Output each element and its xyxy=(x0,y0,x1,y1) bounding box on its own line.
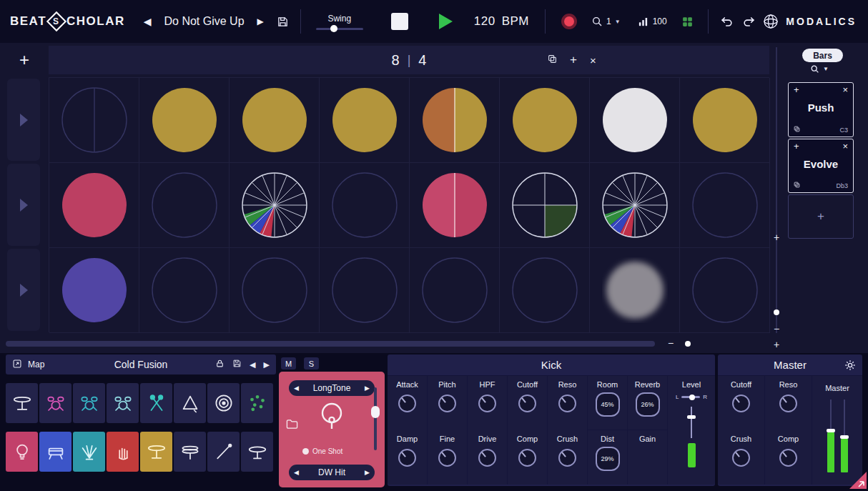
step-pad-r3-c7[interactable] xyxy=(590,248,680,333)
bars-zoom-control[interactable]: ▼ xyxy=(810,64,829,74)
fine-knob[interactable] xyxy=(438,449,456,467)
delete-bar-button[interactable]: × xyxy=(590,54,596,66)
chevron-down-icon[interactable]: ▼ xyxy=(823,66,829,72)
kit-pad-cymbal-r1-1[interactable] xyxy=(6,383,38,423)
step-pad-r3-c6[interactable] xyxy=(500,248,590,333)
attack-knob[interactable] xyxy=(398,395,416,412)
grid-zoom-control[interactable]: 1 ▼ xyxy=(591,16,621,27)
step-pad-r3-c3[interactable] xyxy=(230,248,320,333)
previous-preset-button[interactable]: ◀ xyxy=(144,16,152,27)
row-3-play-button[interactable] xyxy=(7,249,40,331)
step-pad-r2-c4[interactable] xyxy=(320,163,410,248)
kit-pad-tom-r1-7[interactable] xyxy=(207,383,240,423)
row-1-play-button[interactable] xyxy=(7,79,40,161)
kit-pad-triangle-r1-6[interactable] xyxy=(174,383,206,423)
duplicate-bar-icon[interactable] xyxy=(548,54,557,66)
comp-knob[interactable] xyxy=(518,449,536,467)
time-signature-bar[interactable]: 8 | 4 + × xyxy=(49,46,769,74)
step-pad-r3-c4[interactable] xyxy=(320,248,410,333)
cutoff-knob[interactable] xyxy=(518,395,536,412)
kit-pad-drumkit-r1-2[interactable] xyxy=(39,383,71,423)
map-icon[interactable] xyxy=(12,359,22,371)
kit-pad-stars-r1-8[interactable] xyxy=(241,383,273,423)
step-pad-r1-c3[interactable] xyxy=(230,78,320,163)
reso-knob[interactable] xyxy=(558,395,576,412)
step-pad-r2-c3[interactable] xyxy=(230,163,320,248)
randomize-dice-icon[interactable] xyxy=(681,16,694,28)
zoom-in-vertical-button[interactable]: + xyxy=(771,339,782,350)
master-cutoff-knob[interactable] xyxy=(732,395,750,412)
master-reso-knob[interactable] xyxy=(779,395,797,412)
horizontal-zoom-thumb[interactable] xyxy=(685,341,691,347)
folder-icon[interactable] xyxy=(286,419,298,430)
preset-name[interactable]: Do Not Give Up xyxy=(164,15,245,28)
level-fader[interactable] xyxy=(691,407,692,438)
chevron-down-icon[interactable]: ▼ xyxy=(615,19,621,25)
bpm-display[interactable]: 120 BPM xyxy=(474,14,529,29)
step-pad-r2-c1[interactable] xyxy=(49,163,139,248)
kit-pad-ride-r2-8[interactable] xyxy=(241,432,273,472)
step-pad-r2-c6[interactable] xyxy=(500,163,590,248)
time-sig-numerator[interactable]: 8 xyxy=(392,52,400,69)
save-icon[interactable] xyxy=(277,16,289,28)
pan-thumb[interactable] xyxy=(689,395,695,400)
dist-knob[interactable]: 29% xyxy=(596,447,620,471)
next-preset-button[interactable]: ▶ xyxy=(257,16,264,26)
map-label[interactable]: Map xyxy=(28,359,44,370)
master-crush-knob[interactable] xyxy=(732,449,750,467)
add-bar-card[interactable]: + xyxy=(788,194,854,239)
next-hit-button[interactable]: ▶ xyxy=(365,469,370,476)
step-pad-r1-c4[interactable] xyxy=(320,78,410,163)
zoom-out-horizontal-button[interactable]: − xyxy=(665,337,676,349)
next-sample-button[interactable]: ▶ xyxy=(365,385,370,392)
kit-pad-hihat-r2-6[interactable] xyxy=(174,432,206,472)
bar-close-button[interactable]: × xyxy=(842,141,848,152)
step-pad-r3-c8[interactable] xyxy=(680,248,770,333)
velocity-control[interactable]: 100 xyxy=(638,16,667,27)
step-pad-r2-c7[interactable] xyxy=(590,163,680,248)
solo-button[interactable]: S xyxy=(304,357,319,370)
kit-pad-bulb-r2-1[interactable] xyxy=(6,432,38,472)
one-shot-toggle[interactable]: One Shot xyxy=(302,447,342,455)
horizontal-scrollbar[interactable] xyxy=(6,341,655,347)
time-sig-denominator[interactable]: 4 xyxy=(418,52,426,69)
add-row-button[interactable]: + xyxy=(11,47,37,73)
redo-button[interactable] xyxy=(742,15,756,29)
pitch-knob[interactable] xyxy=(438,395,456,412)
kit-pad-cymbal-r2-5[interactable] xyxy=(140,432,172,472)
reverb-knob[interactable]: 26% xyxy=(636,392,660,417)
hit-selector[interactable]: ◀ DW Hit ▶ xyxy=(289,465,375,480)
gear-icon[interactable] xyxy=(844,359,856,371)
kit-pad-stick-r2-7[interactable] xyxy=(207,432,240,472)
kit-pad-snare-r2-2[interactable] xyxy=(39,432,71,472)
step-pad-r1-c5[interactable] xyxy=(410,78,500,163)
step-pad-r1-c2[interactable] xyxy=(139,78,230,163)
kit-pad-drumkit-r1-3[interactable] xyxy=(73,383,105,423)
pan-slider[interactable]: L R xyxy=(676,394,707,400)
duplicate-icon[interactable] xyxy=(794,126,800,132)
play-button[interactable] xyxy=(437,12,454,31)
step-pad-r3-c5[interactable] xyxy=(410,248,500,333)
record-button[interactable] xyxy=(561,14,577,29)
drive-knob[interactable] xyxy=(478,449,496,467)
bar-card-push[interactable]: + × Push C3 xyxy=(788,82,854,137)
bar-close-button[interactable]: × xyxy=(842,84,848,95)
row-2-play-button[interactable] xyxy=(7,164,40,246)
previous-kit-button[interactable]: ◀ xyxy=(250,360,255,370)
bar-add-button[interactable]: + xyxy=(794,141,799,152)
step-pad-r2-c8[interactable] xyxy=(680,163,770,248)
add-column-button[interactable]: + xyxy=(771,232,782,243)
master-fader-right[interactable] xyxy=(841,400,848,472)
next-kit-button[interactable]: ▶ xyxy=(264,360,270,370)
resize-handle[interactable] xyxy=(849,472,867,489)
damp-knob[interactable] xyxy=(398,449,416,467)
vertical-zoom-thumb[interactable] xyxy=(774,309,779,315)
step-pad-r1-c6[interactable] xyxy=(500,78,590,163)
step-pad-r3-c1[interactable] xyxy=(49,248,139,333)
step-pad-r2-c5[interactable] xyxy=(410,163,500,248)
room-knob[interactable]: 45% xyxy=(596,392,620,417)
crush-knob[interactable] xyxy=(558,449,576,467)
mute-button[interactable]: M xyxy=(281,357,296,370)
previous-sample-button[interactable]: ◀ xyxy=(294,385,299,392)
add-bar-button[interactable]: + xyxy=(570,53,577,67)
